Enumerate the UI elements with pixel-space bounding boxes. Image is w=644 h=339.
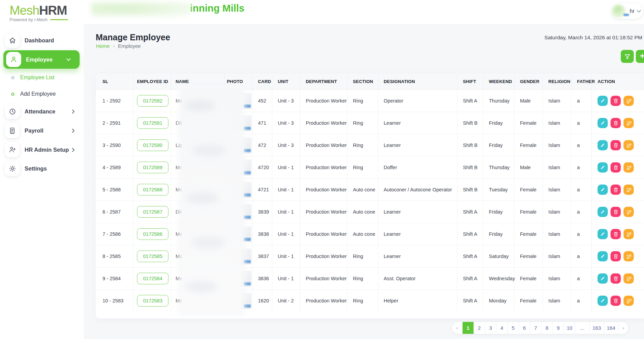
employee-id-badge: 0172591 [137, 117, 168, 129]
pagination-prev[interactable]: ‹ [452, 322, 462, 334]
logo-underline [50, 19, 68, 20]
pagination-page[interactable]: ... [575, 322, 589, 334]
unlink-button[interactable] [624, 296, 634, 306]
delete-button[interactable] [611, 229, 621, 239]
photo-watermark [244, 149, 251, 152]
unlink-button[interactable] [624, 251, 634, 261]
edit-button[interactable] [598, 229, 608, 239]
delete-button[interactable] [611, 207, 621, 217]
delete-button[interactable] [611, 185, 621, 195]
topbar: MeshHRM Powered by i-Mesh inning Mills h… [0, 0, 644, 24]
pagination-page[interactable]: 4 [496, 322, 507, 334]
delete-button[interactable] [611, 140, 621, 150]
user-menu[interactable]: hr [611, 3, 643, 19]
unlink-button[interactable] [624, 162, 634, 173]
edit-button[interactable] [598, 251, 608, 261]
cell-employee-id: 0172592 [134, 90, 171, 112]
cell-designation: Helper [378, 290, 457, 312]
edit-button[interactable] [598, 273, 608, 284]
employee-id-badge: 0172592 [137, 95, 168, 107]
pagination-page[interactable]: 1 [462, 322, 474, 334]
sidebar-item-attendance[interactable]: Attendance [0, 102, 84, 121]
cell-shift: Shift A [457, 268, 483, 289]
sidebar-item-hr-admin-setup[interactable]: HR Admin Setup [0, 140, 84, 159]
cell-sl: 3 - 2590 [96, 134, 134, 156]
edit-button[interactable] [598, 140, 608, 150]
table-row[interactable]: 1 - 2592 0172592 Mo 452 Unit - 3 Product… [96, 90, 644, 112]
cell-section: Ring [347, 290, 378, 312]
delete-button[interactable] [611, 118, 621, 128]
home-icon [5, 33, 20, 48]
sidebar-item-employee-list[interactable]: Employee List [0, 71, 84, 84]
chevron-right-icon [72, 109, 75, 114]
pagination-page[interactable]: 3 [485, 322, 496, 334]
edit-button[interactable] [598, 162, 608, 173]
employee-id-badge: 0172587 [137, 206, 168, 218]
sidebar-item-add-employee[interactable]: Add Employee [0, 87, 84, 101]
pagination-page[interactable]: 164 [604, 322, 618, 334]
sidebar-item-employee[interactable]: Employee [3, 50, 80, 69]
cell-designation: Learner [378, 223, 457, 245]
add-employee-button[interactable]: + [636, 50, 644, 63]
filter-button[interactable] [621, 50, 634, 63]
edit-button[interactable] [598, 118, 608, 128]
sidebar-item-label: Attendance [25, 108, 72, 115]
unlink-button[interactable] [624, 185, 634, 195]
pagination-page[interactable]: 10 [564, 322, 575, 334]
cell-employee-id: 0172586 [134, 223, 171, 245]
pagination-page[interactable]: 6 [519, 322, 530, 334]
pagination-page[interactable]: 2 [474, 322, 485, 334]
delete-button[interactable] [611, 251, 621, 261]
chevron-right-icon [72, 148, 75, 152]
cell-department: Production Worker [300, 290, 347, 312]
cell-employee-id: 0172589 [134, 157, 171, 178]
cell-weekend: Friday [483, 223, 515, 245]
edit-button[interactable] [598, 207, 608, 217]
cell-section: Auto cone [347, 179, 378, 201]
edit-button[interactable] [598, 96, 608, 106]
pagination-page[interactable]: 163 [589, 322, 604, 334]
unlink-button[interactable] [624, 96, 634, 106]
cell-card: 1620 [252, 290, 272, 312]
pagination-page[interactable]: 5 [507, 322, 519, 334]
table-row[interactable]: 2 - 2591 0172591 Dib 471 Unit - 3 Produc… [96, 112, 644, 134]
unlink-button[interactable] [624, 207, 634, 217]
unlink-button[interactable] [624, 140, 634, 150]
sidebar-item-payroll[interactable]: Payroll [0, 121, 84, 140]
pagination-next[interactable]: › [618, 322, 628, 334]
cell-father: a [572, 268, 592, 289]
edit-button[interactable] [598, 185, 608, 195]
delete-button[interactable] [611, 96, 621, 106]
table-row[interactable]: 10 - 2583 0172583 Mo 1620 Unit - 2 Produ… [96, 289, 644, 312]
cell-designation: Doffer [378, 157, 457, 178]
unlink-button[interactable] [624, 229, 634, 239]
table-row[interactable]: 3 - 2590 0172590 Lip 472 Unit - 3 Produc… [96, 134, 644, 156]
sidebar-item-label: Employee [26, 56, 66, 63]
delete-button[interactable] [611, 273, 621, 284]
pagination-page[interactable]: 9 [552, 322, 564, 334]
sidebar-item-dashboard[interactable]: Dashboard [0, 31, 84, 50]
cell-sl: 5 - 2588 [96, 179, 134, 201]
table-header-row: SLEMPLOYEE IDNAMEPHOTOCARDUNITDEPARTMENT… [96, 73, 644, 90]
delete-button[interactable] [611, 296, 621, 306]
cell-sl: 8 - 2585 [96, 245, 134, 267]
sidebar-item-settings[interactable]: Settings [0, 159, 84, 178]
edit-button[interactable] [598, 296, 608, 306]
pagination-page[interactable]: 8 [541, 322, 552, 334]
pagination-page[interactable]: 7 [530, 322, 541, 334]
table-row[interactable]: 5 - 2588 0172588 Ms 4721 Unit - 1 Produc… [96, 178, 644, 201]
table-row[interactable]: 4 - 2589 0172589 Mo 4720 Unit - 1 Produc… [96, 156, 644, 178]
unlink-button[interactable] [624, 273, 634, 284]
table-row[interactable]: 8 - 2585 0172585 Mo 3837 Unit - 1 Produc… [96, 245, 644, 267]
organization-name: inning Mills [190, 3, 245, 14]
table-row[interactable]: 9 - 2584 0172584 Ms 3836 Unit - 1 Produc… [96, 267, 644, 289]
table-row[interactable]: 7 - 2586 0172586 Ms 3838 Unit - 1 Produc… [96, 223, 644, 245]
breadcrumb-home-link[interactable]: Home [96, 43, 110, 49]
photo-watermark [244, 216, 251, 219]
logo-tagline: Powered by i-Mesh [10, 17, 47, 22]
delete-button[interactable] [611, 162, 621, 173]
unlink-button[interactable] [624, 118, 634, 128]
cell-religion: Islam [543, 157, 572, 178]
table-row[interactable]: 6 - 2587 0172587 Dil 3839 Unit - 1 Produ… [96, 201, 644, 223]
organization-name-redaction-blur [91, 2, 190, 17]
